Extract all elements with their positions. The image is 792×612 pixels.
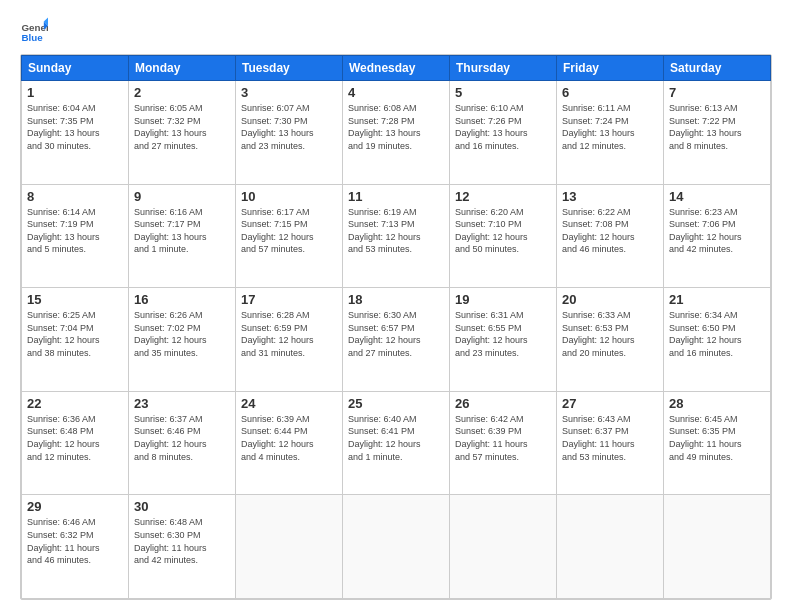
day-number: 3 <box>241 85 337 100</box>
calendar-cell: 18Sunrise: 6:30 AMSunset: 6:57 PMDayligh… <box>343 288 450 392</box>
cell-info: Sunrise: 6:46 AMSunset: 6:32 PMDaylight:… <box>27 516 123 566</box>
cell-info: Sunrise: 6:40 AMSunset: 6:41 PMDaylight:… <box>348 413 444 463</box>
week-row-3: 15Sunrise: 6:25 AMSunset: 7:04 PMDayligh… <box>22 288 771 392</box>
cell-info: Sunrise: 6:23 AMSunset: 7:06 PMDaylight:… <box>669 206 765 256</box>
calendar-cell: 12Sunrise: 6:20 AMSunset: 7:10 PMDayligh… <box>450 184 557 288</box>
calendar-cell <box>343 495 450 599</box>
cell-info: Sunrise: 6:36 AMSunset: 6:48 PMDaylight:… <box>27 413 123 463</box>
cell-info: Sunrise: 6:25 AMSunset: 7:04 PMDaylight:… <box>27 309 123 359</box>
day-number: 16 <box>134 292 230 307</box>
logo-icon: General Blue <box>20 16 48 44</box>
cell-info: Sunrise: 6:33 AMSunset: 6:53 PMDaylight:… <box>562 309 658 359</box>
col-header-wednesday: Wednesday <box>343 56 450 81</box>
calendar-cell: 11Sunrise: 6:19 AMSunset: 7:13 PMDayligh… <box>343 184 450 288</box>
calendar-cell: 14Sunrise: 6:23 AMSunset: 7:06 PMDayligh… <box>664 184 771 288</box>
cell-info: Sunrise: 6:22 AMSunset: 7:08 PMDaylight:… <box>562 206 658 256</box>
calendar-cell: 15Sunrise: 6:25 AMSunset: 7:04 PMDayligh… <box>22 288 129 392</box>
calendar-cell: 9Sunrise: 6:16 AMSunset: 7:17 PMDaylight… <box>129 184 236 288</box>
col-header-friday: Friday <box>557 56 664 81</box>
cell-info: Sunrise: 6:48 AMSunset: 6:30 PMDaylight:… <box>134 516 230 566</box>
day-number: 24 <box>241 396 337 411</box>
calendar-cell: 8Sunrise: 6:14 AMSunset: 7:19 PMDaylight… <box>22 184 129 288</box>
calendar-cell: 22Sunrise: 6:36 AMSunset: 6:48 PMDayligh… <box>22 391 129 495</box>
day-number: 11 <box>348 189 444 204</box>
calendar-cell <box>450 495 557 599</box>
calendar-cell: 1Sunrise: 6:04 AMSunset: 7:35 PMDaylight… <box>22 81 129 185</box>
day-number: 23 <box>134 396 230 411</box>
calendar: SundayMondayTuesdayWednesdayThursdayFrid… <box>20 54 772 600</box>
day-number: 28 <box>669 396 765 411</box>
day-number: 27 <box>562 396 658 411</box>
calendar-cell: 25Sunrise: 6:40 AMSunset: 6:41 PMDayligh… <box>343 391 450 495</box>
col-header-tuesday: Tuesday <box>236 56 343 81</box>
day-number: 26 <box>455 396 551 411</box>
day-number: 20 <box>562 292 658 307</box>
day-number: 9 <box>134 189 230 204</box>
day-number: 10 <box>241 189 337 204</box>
cell-info: Sunrise: 6:13 AMSunset: 7:22 PMDaylight:… <box>669 102 765 152</box>
cell-info: Sunrise: 6:19 AMSunset: 7:13 PMDaylight:… <box>348 206 444 256</box>
day-number: 29 <box>27 499 123 514</box>
cell-info: Sunrise: 6:08 AMSunset: 7:28 PMDaylight:… <box>348 102 444 152</box>
cell-info: Sunrise: 6:11 AMSunset: 7:24 PMDaylight:… <box>562 102 658 152</box>
svg-text:Blue: Blue <box>21 32 43 43</box>
calendar-cell: 4Sunrise: 6:08 AMSunset: 7:28 PMDaylight… <box>343 81 450 185</box>
calendar-header-row: SundayMondayTuesdayWednesdayThursdayFrid… <box>22 56 771 81</box>
cell-info: Sunrise: 6:42 AMSunset: 6:39 PMDaylight:… <box>455 413 551 463</box>
week-row-4: 22Sunrise: 6:36 AMSunset: 6:48 PMDayligh… <box>22 391 771 495</box>
cell-info: Sunrise: 6:10 AMSunset: 7:26 PMDaylight:… <box>455 102 551 152</box>
day-number: 19 <box>455 292 551 307</box>
cell-info: Sunrise: 6:16 AMSunset: 7:17 PMDaylight:… <box>134 206 230 256</box>
day-number: 13 <box>562 189 658 204</box>
calendar-cell <box>557 495 664 599</box>
cell-info: Sunrise: 6:34 AMSunset: 6:50 PMDaylight:… <box>669 309 765 359</box>
calendar-cell: 21Sunrise: 6:34 AMSunset: 6:50 PMDayligh… <box>664 288 771 392</box>
week-row-1: 1Sunrise: 6:04 AMSunset: 7:35 PMDaylight… <box>22 81 771 185</box>
calendar-cell: 17Sunrise: 6:28 AMSunset: 6:59 PMDayligh… <box>236 288 343 392</box>
calendar-cell: 26Sunrise: 6:42 AMSunset: 6:39 PMDayligh… <box>450 391 557 495</box>
calendar-cell: 23Sunrise: 6:37 AMSunset: 6:46 PMDayligh… <box>129 391 236 495</box>
cell-info: Sunrise: 6:43 AMSunset: 6:37 PMDaylight:… <box>562 413 658 463</box>
header: General Blue <box>20 16 772 44</box>
calendar-cell: 2Sunrise: 6:05 AMSunset: 7:32 PMDaylight… <box>129 81 236 185</box>
day-number: 8 <box>27 189 123 204</box>
calendar-cell: 10Sunrise: 6:17 AMSunset: 7:15 PMDayligh… <box>236 184 343 288</box>
day-number: 4 <box>348 85 444 100</box>
calendar-cell <box>236 495 343 599</box>
day-number: 1 <box>27 85 123 100</box>
cell-info: Sunrise: 6:17 AMSunset: 7:15 PMDaylight:… <box>241 206 337 256</box>
week-row-2: 8Sunrise: 6:14 AMSunset: 7:19 PMDaylight… <box>22 184 771 288</box>
logo: General Blue <box>20 16 52 44</box>
calendar-cell: 7Sunrise: 6:13 AMSunset: 7:22 PMDaylight… <box>664 81 771 185</box>
col-header-monday: Monday <box>129 56 236 81</box>
calendar-cell: 29Sunrise: 6:46 AMSunset: 6:32 PMDayligh… <box>22 495 129 599</box>
cell-info: Sunrise: 6:45 AMSunset: 6:35 PMDaylight:… <box>669 413 765 463</box>
calendar-cell: 19Sunrise: 6:31 AMSunset: 6:55 PMDayligh… <box>450 288 557 392</box>
day-number: 5 <box>455 85 551 100</box>
cell-info: Sunrise: 6:39 AMSunset: 6:44 PMDaylight:… <box>241 413 337 463</box>
cell-info: Sunrise: 6:26 AMSunset: 7:02 PMDaylight:… <box>134 309 230 359</box>
cell-info: Sunrise: 6:07 AMSunset: 7:30 PMDaylight:… <box>241 102 337 152</box>
day-number: 21 <box>669 292 765 307</box>
calendar-cell: 6Sunrise: 6:11 AMSunset: 7:24 PMDaylight… <box>557 81 664 185</box>
calendar-cell: 30Sunrise: 6:48 AMSunset: 6:30 PMDayligh… <box>129 495 236 599</box>
day-number: 2 <box>134 85 230 100</box>
cell-info: Sunrise: 6:31 AMSunset: 6:55 PMDaylight:… <box>455 309 551 359</box>
cell-info: Sunrise: 6:28 AMSunset: 6:59 PMDaylight:… <box>241 309 337 359</box>
calendar-cell: 3Sunrise: 6:07 AMSunset: 7:30 PMDaylight… <box>236 81 343 185</box>
page: General Blue SundayMondayTuesdayWednesda… <box>0 0 792 612</box>
calendar-cell: 13Sunrise: 6:22 AMSunset: 7:08 PMDayligh… <box>557 184 664 288</box>
calendar-cell: 20Sunrise: 6:33 AMSunset: 6:53 PMDayligh… <box>557 288 664 392</box>
cell-info: Sunrise: 6:05 AMSunset: 7:32 PMDaylight:… <box>134 102 230 152</box>
calendar-cell: 5Sunrise: 6:10 AMSunset: 7:26 PMDaylight… <box>450 81 557 185</box>
calendar-cell: 27Sunrise: 6:43 AMSunset: 6:37 PMDayligh… <box>557 391 664 495</box>
day-number: 14 <box>669 189 765 204</box>
cell-info: Sunrise: 6:30 AMSunset: 6:57 PMDaylight:… <box>348 309 444 359</box>
cell-info: Sunrise: 6:04 AMSunset: 7:35 PMDaylight:… <box>27 102 123 152</box>
calendar-cell: 16Sunrise: 6:26 AMSunset: 7:02 PMDayligh… <box>129 288 236 392</box>
day-number: 22 <box>27 396 123 411</box>
calendar-cell: 24Sunrise: 6:39 AMSunset: 6:44 PMDayligh… <box>236 391 343 495</box>
calendar-cell <box>664 495 771 599</box>
cell-info: Sunrise: 6:14 AMSunset: 7:19 PMDaylight:… <box>27 206 123 256</box>
day-number: 17 <box>241 292 337 307</box>
